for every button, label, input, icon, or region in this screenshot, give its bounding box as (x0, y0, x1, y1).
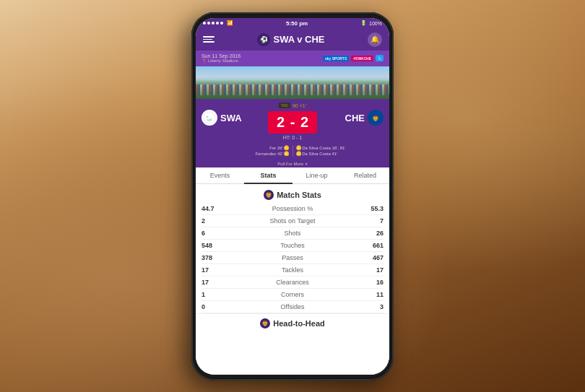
match-badges: sky SPORTS #SWACHE 𝕏 (323, 55, 384, 61)
stat-left-possession: 44.7 (202, 205, 223, 212)
chelsea-crest: 🦁 (368, 110, 384, 126)
pl-lion-icon: 🦁 (265, 192, 272, 199)
swansea-crest: 🦢 (202, 110, 217, 126)
stat-row-touches: 548 Touches 661 (202, 240, 384, 252)
status-bar: 📶 5:50 pm 🔋 100% (196, 18, 389, 29)
svg-text:🦁: 🦁 (372, 115, 379, 122)
score-container: TAG 90 +1' 2 - 2 (265, 103, 320, 134)
phone-device: 📶 5:50 pm 🔋 100% ⚽ SWA v CHE 🔔 (191, 12, 394, 380)
match-date: Sun 11 Sep 2016 (202, 53, 240, 58)
stat-row-tackles: 17 Tackles 17 (202, 264, 384, 276)
stat-label-passes: Passes (223, 254, 362, 261)
bell-icon: 🔔 (370, 35, 379, 43)
twitter-badge: 𝕏 (376, 55, 384, 61)
stat-row-shots-target: 2 Shots on Target 7 (202, 215, 384, 227)
stat-label-possession: Possession % (223, 205, 362, 212)
stat-left-offsides: 0 (202, 303, 223, 310)
away-team-name: CHE (345, 113, 365, 123)
stats-table: 44.7 Possession % 55.3 2 Shots on Target… (196, 203, 389, 313)
tab-related[interactable]: Related (341, 167, 389, 183)
header-title: SWA v CHE (273, 34, 324, 45)
match-info-bar: Sun 11 Sep 2016 📍 Liberty Stadium sky SP… (196, 51, 389, 66)
stat-right-touches: 661 (362, 242, 384, 249)
tabs-bar: Events Stats Line-up Related (196, 167, 389, 184)
sky-sports-badge: sky SPORTS (323, 56, 349, 61)
status-time: 5:50 pm (286, 20, 308, 27)
stat-left-touches: 548 (202, 242, 223, 249)
home-scorer-2: Fernandez 42' 🟡 (202, 151, 290, 157)
stat-label-offsides: Offsides (223, 303, 362, 310)
score-section: 🦢 SWA TAG 90 +1' 2 - (196, 99, 389, 144)
away-team: CHE 🦁 (320, 110, 384, 126)
away-score: 2 (300, 114, 308, 130)
stat-left-corners: 1 (202, 291, 223, 298)
stat-left-tackles: 17 (202, 266, 223, 274)
battery-percent: 100% (369, 21, 382, 26)
notification-bell[interactable]: 🔔 (368, 32, 382, 47)
stat-right-shots-target: 7 (362, 217, 384, 225)
home-scorers: Fer 26' 🟡 Fernandez 42' 🟡 (202, 145, 292, 157)
location-icon: 📍 (202, 58, 207, 64)
away-scorer-2: 🟡 Da Silva Costa 41' (296, 151, 384, 157)
pl-badge: 🦁 (264, 190, 274, 200)
stat-left-passes: 378 (202, 254, 223, 261)
app-header: ⚽ SWA v CHE 🔔 (196, 29, 389, 51)
scorers-row: Fer 26' 🟡 Fernandez 42' 🟡 🟡 Da Silva Cos… (202, 145, 384, 157)
stat-right-shots: 26 (362, 230, 384, 237)
home-score: 2 (277, 114, 285, 130)
h2h-title: Head-to-Head (273, 319, 325, 328)
score-divider: - (290, 114, 295, 130)
stat-right-corners: 11 (362, 291, 384, 298)
score-row: 🦢 SWA TAG 90 +1' 2 - (202, 103, 384, 134)
stat-row-clearances: 17 Clearances 16 (202, 276, 384, 289)
stat-left-shots-target: 2 (202, 217, 223, 225)
menu-icon[interactable] (203, 35, 214, 44)
stadium-image (196, 66, 389, 99)
signal-dots: 📶 (203, 20, 233, 26)
stat-right-clearances: 16 (362, 279, 384, 286)
h2h-pl-icon: 🦁 (261, 321, 269, 327)
tag-heuer-badge: TAG (279, 103, 290, 108)
match-stats-title: Match Stats (277, 191, 321, 199)
twitter-icon: 𝕏 (378, 56, 381, 61)
stat-right-tackles: 17 (362, 266, 384, 274)
tab-lineup[interactable]: Line-up (292, 167, 341, 183)
stat-right-offsides: 3 (362, 303, 384, 310)
home-scorer-1: Fer 26' 🟡 (202, 145, 290, 151)
stats-content: 🦁 Match Stats 44.7 Possession % 55.3 2 S… (196, 184, 389, 374)
stat-left-clearances: 17 (202, 279, 223, 286)
scorers-section: Fer 26' 🟡 Fernandez 42' 🟡 🟡 Da Silva Cos… (196, 144, 389, 160)
battery-icon: 🔋 (360, 20, 367, 26)
pull-more-button[interactable]: Pull For More ∨ (196, 160, 389, 167)
home-team: 🦢 SWA (202, 110, 265, 126)
away-scorer-1: 🟡 Da Silva Costa 18', 81' (296, 145, 384, 151)
stat-row-passes: 378 Passes 467 (202, 252, 384, 264)
stat-row-shots: 6 Shots 26 (202, 227, 384, 240)
stat-label-shots-target: Shots on Target (223, 217, 362, 225)
status-right: 🔋 100% (360, 20, 382, 26)
tab-events[interactable]: Events (196, 167, 244, 183)
match-time: 90 +1' (292, 103, 306, 108)
tab-stats[interactable]: Stats (244, 167, 292, 183)
stat-label-corners: Corners (223, 291, 362, 298)
ht-score: HT: 0 - 1 (283, 135, 302, 140)
stat-right-passes: 467 (362, 254, 384, 261)
stat-label-touches: Touches (223, 242, 362, 249)
hashtag-badge: #SWACHE (351, 56, 373, 61)
head-to-head-section[interactable]: 🦁 Head-to-Head (196, 313, 389, 333)
h2h-pl-badge: 🦁 (260, 318, 270, 328)
stat-left-shots: 6 (202, 230, 223, 237)
stat-label-clearances: Clearances (223, 279, 362, 286)
match-stats-header: 🦁 Match Stats (196, 184, 389, 203)
stat-row-corners: 1 Corners 11 (202, 289, 384, 301)
match-venue: 📍 Liberty Stadium (202, 58, 240, 64)
svg-text:🦢: 🦢 (206, 115, 213, 122)
home-team-name: SWA (220, 113, 242, 123)
stat-row-possession: 44.7 Possession % 55.3 (202, 203, 384, 215)
score-display: 2 - 2 (268, 111, 317, 134)
epl-logo: ⚽ (257, 33, 270, 46)
stat-label-shots: Shots (223, 230, 362, 237)
stat-label-tackles: Tackles (223, 266, 362, 274)
stat-right-possession: 55.3 (362, 205, 384, 212)
stat-row-offsides: 0 Offsides 3 (202, 301, 384, 313)
